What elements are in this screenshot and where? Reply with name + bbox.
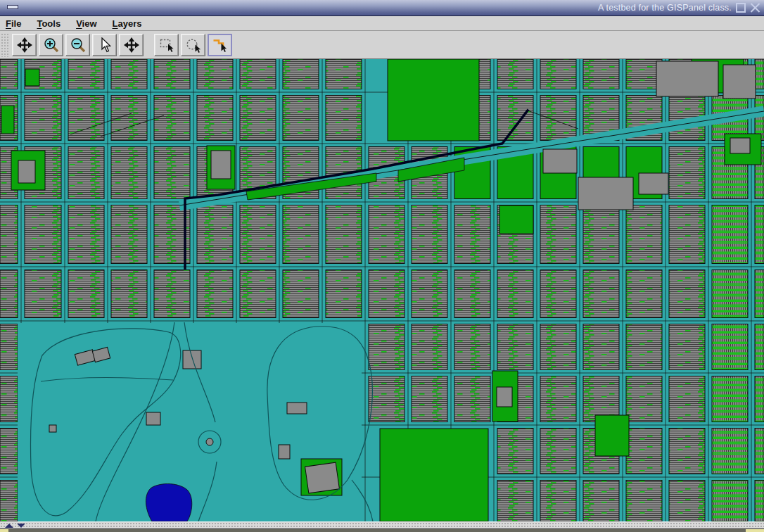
magnifier-minus-icon [70, 37, 86, 53]
window-menu-icon[interactable] [7, 5, 18, 9]
bottom-right-corner-chip [746, 529, 764, 532]
toolbar [0, 32, 764, 59]
bottom-panel-edge [0, 528, 764, 532]
bottom-left-corner-chip [0, 529, 8, 532]
move-arrows-icon [124, 37, 139, 53]
zoom-in-button[interactable] [39, 34, 63, 56]
menu-tools[interactable]: Tools [37, 18, 61, 29]
app-window: A testbed for the GISPanel class. FileTo… [0, 0, 764, 532]
split-pane-divider[interactable] [0, 521, 764, 528]
close-button[interactable] [750, 3, 760, 13]
move-arrows-icon [17, 37, 32, 53]
divider-collapse-down-icon[interactable] [17, 524, 25, 528]
menu-layers[interactable]: Layers [113, 18, 142, 29]
select-route-button[interactable] [208, 34, 232, 56]
toolbar-drag-handle[interactable] [1, 33, 10, 57]
divider-collapse-up-icon[interactable] [5, 524, 13, 528]
move-button[interactable] [119, 34, 144, 56]
gis-map[interactable] [0, 59, 764, 521]
map-canvas[interactable] [0, 59, 764, 521]
menu-view[interactable]: View [76, 18, 96, 29]
select-rect-button[interactable] [154, 34, 179, 56]
route-trace-icon [212, 37, 228, 53]
menu-bar: FileToolsViewLayers [0, 16, 764, 31]
cursor-arrow-icon [97, 37, 113, 53]
marquee-rect-icon [159, 37, 174, 53]
title-bar[interactable]: A testbed for the GISPanel class. [0, 0, 764, 16]
window-title: A testbed for the GISPanel class. [598, 3, 732, 13]
marquee-circle-icon [186, 37, 201, 53]
menu-file[interactable]: File [6, 18, 21, 29]
select-lasso-button[interactable] [181, 34, 205, 56]
pan-button[interactable] [12, 34, 37, 56]
select-button[interactable] [92, 34, 117, 56]
zoom-out-button[interactable] [65, 34, 90, 56]
maximize-button[interactable] [736, 3, 746, 13]
magnifier-plus-icon [44, 37, 59, 53]
